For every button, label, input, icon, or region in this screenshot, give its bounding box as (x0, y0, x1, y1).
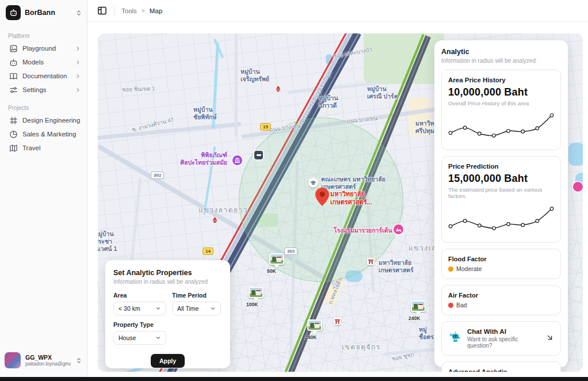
sidebar-toggle-button[interactable] (97, 6, 107, 16)
air-status-dot (448, 303, 453, 308)
road (235, 33, 238, 137)
chart-data-point (521, 130, 525, 134)
chevron-right-icon (75, 45, 81, 52)
frame-icon (9, 116, 18, 125)
location-pin[interactable] (315, 188, 329, 208)
air-status: Bad (456, 302, 467, 308)
chevron-right-icon (75, 87, 81, 93)
map-label: หมู่บ้าน ชัยพิทักษ์ (193, 106, 216, 121)
time-period-label: Time Period (172, 292, 221, 299)
property-type-select[interactable]: House (113, 331, 166, 345)
sidebar-item-sales-marketing[interactable]: Sales & Marketing (0, 127, 87, 141)
price-prediction-card: Price Prediction 15,000,000 Baht The est… (441, 156, 561, 243)
chart-data-point (463, 126, 467, 129)
flood-status: Moderate (456, 265, 482, 272)
breadcrumb: Tools > Map (121, 7, 162, 14)
area-select[interactable]: < 30 km (113, 302, 166, 315)
chart-data-point (536, 127, 539, 130)
route-shield: 14 (203, 247, 213, 255)
sidebar-item-label: Sales & Marketing (22, 131, 81, 138)
breadcrumb-tools[interactable]: Tools (121, 7, 137, 14)
bot-icon (9, 58, 18, 67)
map-label: แขวงลาดยาว (198, 206, 248, 215)
property-photo (307, 319, 322, 331)
chart-data-point (536, 219, 539, 223)
user-menu[interactable]: GG_WPX pattadon.loyna@gmail.com (0, 348, 87, 373)
time-period-select[interactable]: All Time (172, 302, 221, 315)
route-shield: 15 (260, 123, 271, 131)
price-history-value: 10,000,000 Baht (448, 86, 554, 98)
topbar: Tools > Map (87, 0, 588, 22)
playground-icon (9, 44, 18, 53)
chart-data-point (449, 131, 452, 135)
chart-data-point (463, 219, 467, 223)
sidebar-item-playground[interactable]: Playground (0, 41, 87, 55)
sidebar-item-travel[interactable]: Travel (0, 141, 87, 155)
sidebar-item-documentation[interactable]: Documentation (0, 69, 87, 83)
route-shield: 302 (151, 172, 164, 179)
map-label: หมู่บ้าน ประชา นิเวศน์ 1 (98, 230, 117, 253)
sidebar-item-label: Playground (22, 45, 70, 52)
team-switcher[interactable]: BorBann (0, 0, 87, 25)
robot-icon (448, 330, 462, 346)
property-type-label: Property Type (113, 321, 166, 328)
chat-with-ai-card[interactable]: Chat With AI Want to ask specific questi… (441, 321, 561, 356)
route-shield: 302 (284, 247, 297, 255)
chevron-down-icon (210, 306, 216, 311)
sidebar-item-label: Models (22, 59, 70, 66)
map-icon (9, 144, 18, 153)
set-analytic-properties-card: Set Analytic Properties Information in r… (105, 260, 230, 368)
sidebar-item-label: Settings (22, 86, 70, 93)
museum-icon (232, 155, 242, 165)
sidebar-item-label: Travel (22, 144, 81, 151)
advanced-analytic-card[interactable]: Advanced Analytic Gain more advance insi… (441, 361, 561, 372)
properties-card-subtitle: Information in radius will be analyzed (113, 279, 222, 285)
hotel-icon (394, 224, 403, 234)
map-canvas[interactable]: ซอย ชินเขต 1หมู่บ้าน เจริญทรัพย์หมู่บ้าน… (98, 33, 583, 372)
chevron-updown-icon (75, 357, 82, 364)
place-icon (573, 182, 583, 192)
property-price-marker[interactable]: 50K (269, 253, 284, 274)
property-price-marker[interactable]: 240K (411, 300, 426, 321)
property-photo (249, 287, 264, 298)
sidebar-item-settings[interactable]: Settings (0, 83, 87, 97)
air-factor-card: Air Factor Bad (441, 285, 561, 315)
breadcrumb-separator: > (142, 7, 145, 14)
sidebar-item-models[interactable]: Models (0, 55, 87, 69)
sidebar-item-label: Documentation (22, 73, 70, 79)
settings-icon (9, 86, 18, 94)
property-price-marker[interactable]: 240K (307, 319, 322, 340)
chart-data-point (550, 207, 553, 211)
platform-nav: PlaygroundModelsDocumentationSettings (0, 41, 87, 97)
property-price-marker[interactable]: 100K (249, 287, 264, 307)
price-label: 50K (267, 268, 284, 274)
area-price-history-card: Area Price History 10,000,000 Baht Overa… (441, 70, 561, 150)
map-label: โรงแรมมารวยการ์เด้น (334, 227, 392, 234)
section-label-platform: Platform (0, 25, 87, 41)
chevron-updown-icon (75, 9, 82, 17)
map-label: หมู่ ชื่อตร (419, 326, 434, 341)
analytic-subtitle: Information in radius will be analyzed (441, 58, 561, 64)
price-label: 240K (305, 334, 322, 340)
analytic-panel: Analytic Information in radius will be a… (434, 40, 568, 367)
temple-icon (275, 84, 281, 94)
chart-data-point (550, 113, 553, 117)
temple-icon (212, 215, 218, 226)
app-name: BorBann (25, 9, 71, 17)
apply-button[interactable]: Apply (151, 354, 185, 368)
university-gate-icon (367, 258, 375, 265)
user-name: GG_WPX (25, 354, 71, 361)
map-label: ซอย ชินเขต 1 (122, 85, 155, 93)
chevron-right-icon (75, 73, 81, 79)
area-label: Area (113, 292, 166, 299)
map-label: หมู่บ้าน เศรณี ปาร์ค (367, 85, 398, 100)
projects-nav: Design EngineeringSales & MarketingTrave… (0, 113, 87, 155)
map-label: คณะเกษตร มหาวิทยาลัย เกษตรศาสตร์ (321, 176, 385, 190)
chart-data-point (507, 129, 510, 133)
arrow-down-right-icon (545, 333, 554, 344)
pond (568, 143, 583, 166)
user-email: pattadon.loyna@gmail.com (25, 361, 71, 367)
chevron-right-icon (75, 59, 81, 66)
sidebar-item-design-engineering[interactable]: Design Engineering (0, 113, 87, 127)
flood-factor-card: Flood Factor Moderate (441, 249, 561, 279)
